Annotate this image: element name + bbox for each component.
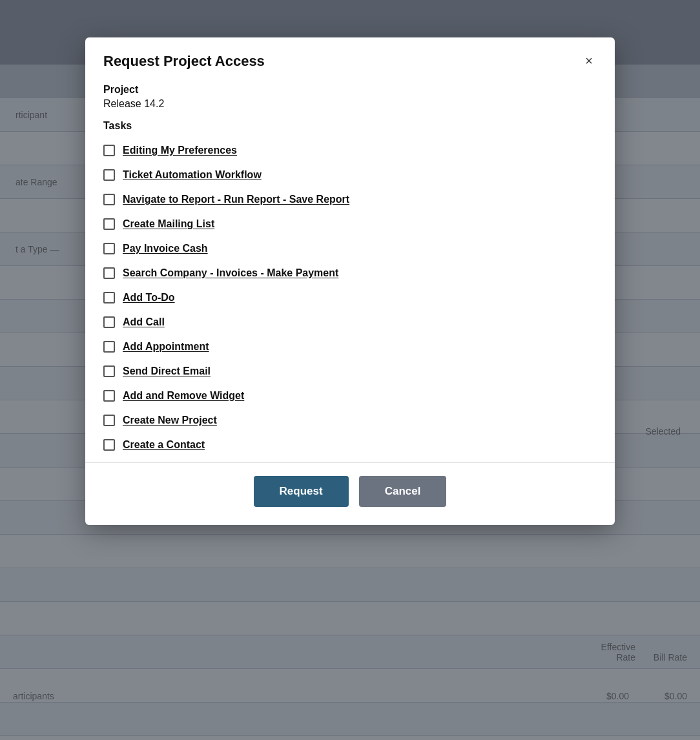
modal-title: Request Project Access: [103, 53, 265, 70]
bg-rate1-cell: $0.00: [606, 691, 629, 701]
task-checkbox-add-call[interactable]: [103, 316, 115, 328]
task-label-ticket-automation[interactable]: Ticket Automation Workflow: [123, 169, 262, 181]
task-checkbox-create-contact[interactable]: [103, 439, 115, 451]
tasks-label: Tasks: [103, 120, 597, 132]
bg-cell-daterange: ate Range: [15, 177, 57, 187]
task-checkbox-send-direct-email[interactable]: [103, 365, 115, 377]
task-item: Editing My Preferences: [103, 138, 594, 163]
task-item: Create a Contact: [103, 433, 594, 457]
task-checkbox-create-mailing[interactable]: [103, 218, 115, 230]
task-label-navigate-report[interactable]: Navigate to Report - Run Report - Save R…: [123, 194, 349, 205]
bg-bill-rate-label: Bill Rate: [654, 652, 687, 663]
bg-name-cell: articipants: [13, 691, 54, 701]
bg-row-20: [0, 736, 700, 740]
bg-cell-type: t a Type —: [15, 244, 59, 254]
task-label-pay-invoice[interactable]: Pay Invoice Cash: [123, 243, 208, 254]
task-item: Search Company - Invoices - Make Payment: [103, 261, 594, 285]
task-label-create-mailing[interactable]: Create Mailing List: [123, 218, 214, 230]
tasks-scroll-area[interactable]: Editing My PreferencesTicket Automation …: [103, 138, 597, 457]
task-checkbox-navigate-report[interactable]: [103, 194, 115, 205]
task-checkbox-add-remove-widget[interactable]: [103, 390, 115, 402]
task-checkbox-add-appointment[interactable]: [103, 341, 115, 353]
cancel-button[interactable]: Cancel: [359, 476, 447, 507]
task-item: Create New Project: [103, 408, 594, 433]
task-item: Add To-Do: [103, 285, 594, 310]
task-checkbox-search-company[interactable]: [103, 267, 115, 279]
task-item: Add Appointment: [103, 334, 594, 359]
task-label-search-company[interactable]: Search Company - Invoices - Make Payment: [123, 267, 338, 279]
task-item: Create Mailing List: [103, 212, 594, 236]
project-value: Release 14.2: [103, 98, 597, 110]
bg-row-19: [0, 703, 700, 736]
bg-row-17: [0, 635, 700, 669]
bg-row-16: [0, 602, 700, 635]
bg-row-18: [0, 669, 700, 703]
task-label-add-appointment[interactable]: Add Appointment: [123, 341, 209, 353]
task-checkbox-create-new-project[interactable]: [103, 415, 115, 426]
task-label-send-direct-email[interactable]: Send Direct Email: [123, 365, 211, 377]
task-label-add-remove-widget[interactable]: Add and Remove Widget: [123, 390, 244, 402]
bg-row-14: [0, 535, 700, 568]
bg-row-15: [0, 568, 700, 602]
task-checkbox-add-todo[interactable]: [103, 292, 115, 303]
bg-effective-rate-label: EffectiveRate: [601, 642, 635, 663]
close-button[interactable]: ×: [581, 53, 597, 68]
bg-selected-label: Selected: [646, 426, 681, 437]
request-project-access-modal: Request Project Access × Project Release…: [85, 37, 615, 525]
modal-footer: Request Cancel: [85, 462, 615, 525]
task-label-create-new-project[interactable]: Create New Project: [123, 415, 217, 426]
task-item: Add and Remove Widget: [103, 384, 594, 408]
bg-cell-participant: rticipant: [15, 110, 47, 120]
project-label: Project: [103, 84, 597, 96]
task-item: Navigate to Report - Run Report - Save R…: [103, 187, 594, 212]
task-item: Ticket Automation Workflow: [103, 163, 594, 187]
bg-rate2-cell: $0.00: [664, 691, 687, 701]
modal-header: Request Project Access ×: [85, 37, 615, 77]
task-checkbox-pay-invoice[interactable]: [103, 243, 115, 254]
task-label-editing-prefs[interactable]: Editing My Preferences: [123, 145, 237, 156]
task-item: Add Call: [103, 310, 594, 334]
task-checkbox-editing-prefs[interactable]: [103, 145, 115, 156]
task-item: Send Direct Email: [103, 359, 594, 384]
task-label-add-call[interactable]: Add Call: [123, 316, 165, 328]
modal-body: Project Release 14.2 Tasks Editing My Pr…: [85, 77, 615, 457]
task-label-add-todo[interactable]: Add To-Do: [123, 292, 175, 303]
request-button[interactable]: Request: [254, 476, 349, 507]
task-label-create-contact[interactable]: Create a Contact: [123, 439, 205, 451]
modal-container: Request Project Access × Project Release…: [85, 37, 615, 525]
task-item: Pay Invoice Cash: [103, 236, 594, 261]
task-checkbox-ticket-automation[interactable]: [103, 169, 115, 181]
